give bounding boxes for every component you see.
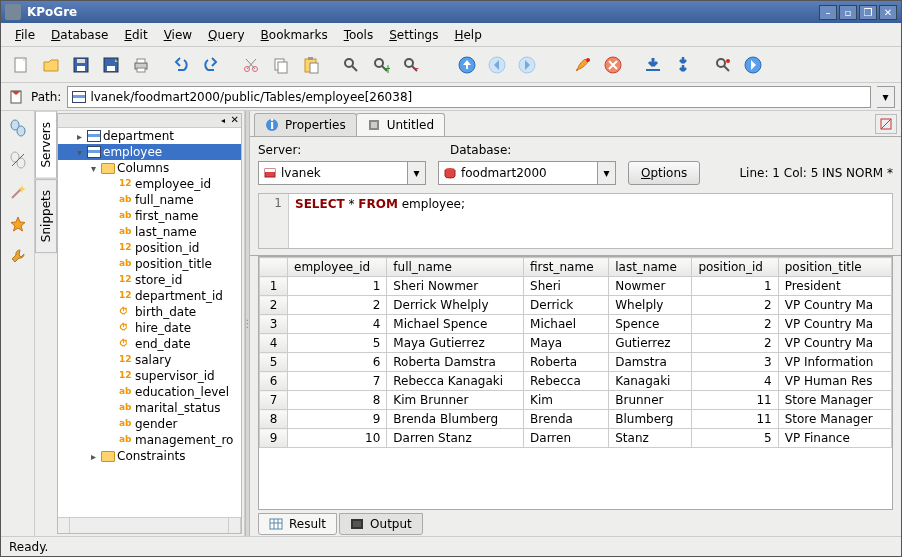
sql-code[interactable]: SELECT * FROM employee; (289, 194, 471, 248)
tree-node-constraints[interactable]: ▸Constraints (58, 448, 241, 464)
table-row[interactable]: 34Michael SpenceMichaelSpence2VP Country… (260, 315, 892, 334)
stop-icon[interactable] (599, 51, 627, 79)
menu-query[interactable]: Query (200, 26, 252, 44)
save-as-icon[interactable] (97, 51, 125, 79)
open-icon[interactable] (37, 51, 65, 79)
table-row[interactable]: 22Derrick WhelplyDerrickWhelply2VP Count… (260, 296, 892, 315)
nav-forward-icon[interactable] (513, 51, 541, 79)
tree-column[interactable]: ⏱end_date (58, 336, 241, 352)
col-header[interactable]: full_name (387, 258, 524, 277)
tree-column[interactable]: abmarital_status (58, 400, 241, 416)
database-combo[interactable]: foodmart2000 ▾ (438, 161, 616, 185)
download-all-icon[interactable] (669, 51, 697, 79)
table-row[interactable]: 56Roberta DamstraRobertaDamstra3VP Infor… (260, 353, 892, 372)
tab-result[interactable]: Result (258, 513, 337, 535)
menu-bookmarks[interactable]: Bookmarks (253, 26, 336, 44)
tree-column[interactable]: abeducation_level (58, 384, 241, 400)
tree-node-columns[interactable]: ▾Columns (58, 160, 241, 176)
download-icon[interactable] (639, 51, 667, 79)
statusbar: Ready. (1, 536, 901, 556)
bookmark-icon[interactable] (7, 88, 25, 106)
copy-icon[interactable] (267, 51, 295, 79)
new-icon[interactable] (7, 51, 35, 79)
print-icon[interactable] (127, 51, 155, 79)
table-row[interactable]: 78Kim BrunnerKimBrunner11Store Manager (260, 391, 892, 410)
cut-icon[interactable] (237, 51, 265, 79)
table-row[interactable]: 45Maya GutierrezMayaGutierrez2VP Country… (260, 334, 892, 353)
tree-column[interactable]: 12salary (58, 352, 241, 368)
redo-icon[interactable] (197, 51, 225, 79)
nav-back-icon[interactable] (483, 51, 511, 79)
server-combo[interactable]: lvanek ▾ (258, 161, 426, 185)
tool-icon[interactable] (7, 245, 29, 267)
connect-icon[interactable] (7, 117, 29, 139)
restore-button[interactable]: ❐ (859, 5, 877, 20)
menu-edit[interactable]: Edit (116, 26, 155, 44)
bottom-tabs: Result Output (258, 510, 893, 536)
tab-untitled[interactable]: Untitled (356, 113, 445, 136)
menu-settings[interactable]: Settings (381, 26, 446, 44)
tree-column[interactable]: 12position_id (58, 240, 241, 256)
table-row[interactable]: 89Brenda BlumbergBrendaBlumberg11Store M… (260, 410, 892, 429)
col-header[interactable]: position_title (778, 258, 891, 277)
run-icon[interactable] (569, 51, 597, 79)
tab-output[interactable]: Output (339, 513, 423, 535)
menu-file[interactable]: File (7, 26, 43, 44)
menu-tools[interactable]: Tools (336, 26, 382, 44)
zoom-in-icon[interactable]: + (367, 51, 395, 79)
tree-column[interactable]: abfull_name (58, 192, 241, 208)
svg-point-26 (717, 59, 725, 67)
path-dropdown[interactable]: ▾ (877, 86, 895, 108)
favorite-icon[interactable] (7, 213, 29, 235)
tree-column[interactable]: 12supervisor_id (58, 368, 241, 384)
tree-column[interactable]: 12store_id (58, 272, 241, 288)
find-icon[interactable] (337, 51, 365, 79)
tab-properties[interactable]: iProperties (254, 113, 357, 136)
undo-icon[interactable] (167, 51, 195, 79)
tree-column[interactable]: abposition_title (58, 256, 241, 272)
tab-overflow-icon[interactable] (875, 114, 897, 134)
tree-column[interactable]: abmanagement_ro (58, 432, 241, 448)
zoom-out-icon[interactable]: – (397, 51, 425, 79)
vtab-snippets[interactable]: Snippets (35, 179, 57, 253)
object-tree[interactable]: ◂ ✕ ▸department ▾employee ▾Columns 12emp… (57, 113, 242, 534)
svg-point-27 (726, 59, 730, 63)
table-row[interactable]: 67Rebecca KanagakiRebeccaKanagaki4VP Hum… (260, 372, 892, 391)
tree-column[interactable]: 12department_id (58, 288, 241, 304)
maximize-button[interactable]: ▫ (839, 5, 857, 20)
minimize-button[interactable]: – (819, 5, 837, 20)
tree-column[interactable]: abfirst_name (58, 208, 241, 224)
tree-node-department[interactable]: ▸department (58, 128, 241, 144)
wizard-icon[interactable] (7, 181, 29, 203)
close-button[interactable]: ✕ (879, 5, 897, 20)
tree-column[interactable]: abgender (58, 416, 241, 432)
table-row[interactable]: 910Darren StanzDarrenStanz5VP Finance (260, 429, 892, 448)
col-header[interactable]: position_id (692, 258, 778, 277)
save-icon[interactable] (67, 51, 95, 79)
menu-view[interactable]: View (156, 26, 200, 44)
disconnect-icon[interactable] (7, 149, 29, 171)
table-row[interactable]: 11Sheri NowmerSheriNowmer1President (260, 277, 892, 296)
result-grid[interactable]: employee_idfull_namefirst_namelast_namep… (258, 256, 893, 510)
search-db-icon[interactable] (709, 51, 737, 79)
options-button[interactable]: Options (628, 161, 700, 185)
next-result-icon[interactable] (739, 51, 767, 79)
sql-editor[interactable]: 1 SELECT * FROM employee; (258, 193, 893, 249)
tree-scrollbar[interactable] (58, 517, 241, 533)
tree-column[interactable]: ablast_name (58, 224, 241, 240)
nav-up-icon[interactable] (453, 51, 481, 79)
col-header[interactable]: last_name (609, 258, 692, 277)
tree-collapse-icon[interactable]: ◂ (221, 116, 225, 125)
col-header[interactable]: first_name (524, 258, 609, 277)
tree-node-employee[interactable]: ▾employee (58, 144, 241, 160)
paste-icon[interactable] (297, 51, 325, 79)
tree-column[interactable]: ⏱hire_date (58, 320, 241, 336)
menu-help[interactable]: Help (446, 26, 489, 44)
tree-column[interactable]: 12employee_id (58, 176, 241, 192)
menu-database[interactable]: Database (43, 26, 116, 44)
tree-column[interactable]: ⏱birth_date (58, 304, 241, 320)
path-input[interactable]: lvanek/foodmart2000/public/Tables/employ… (67, 86, 871, 108)
tree-close-icon[interactable]: ✕ (231, 114, 239, 125)
vtab-servers[interactable]: Servers (35, 111, 57, 179)
col-header[interactable]: employee_id (288, 258, 387, 277)
